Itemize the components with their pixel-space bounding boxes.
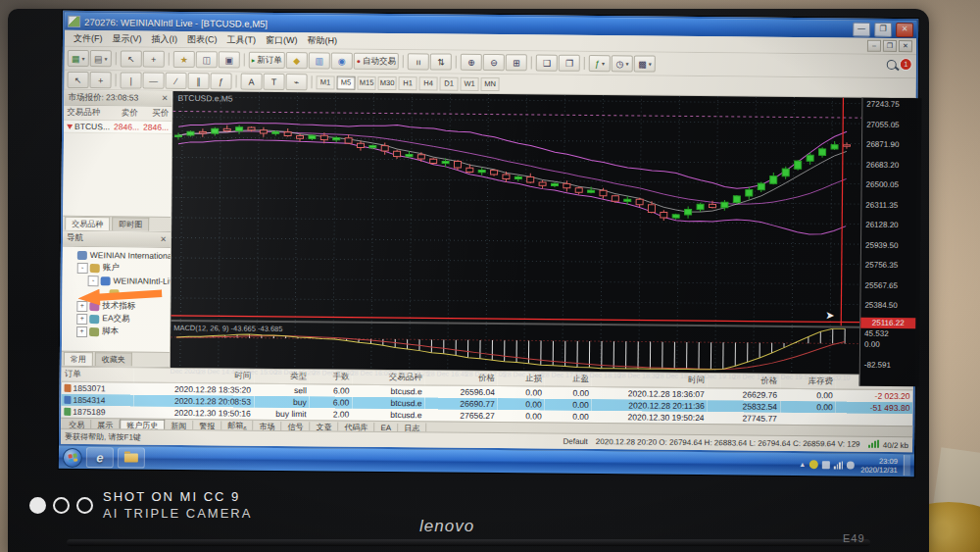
macd-label: MACD(12, 26, 9) -43.665 -43.685: [173, 324, 282, 333]
market-watch-title: 市场报价: 23:08:53: [68, 91, 138, 104]
close-icon[interactable]: ✕: [160, 235, 167, 244]
candlestick-chart[interactable]: [171, 91, 861, 326]
market-watch-tab[interactable]: 交易品种: [65, 217, 110, 230]
timeframe-m30[interactable]: M30: [378, 75, 397, 89]
navigator-item[interactable]: +技术指标: [62, 300, 170, 314]
crosshair-button[interactable]: +: [143, 51, 165, 68]
folder-icon: [124, 453, 138, 462]
time-tick: 28 Dec 17:25: [504, 371, 545, 377]
zoom-box-button[interactable]: ▣: [219, 51, 240, 68]
desk-photo: 270276: WEINIANIntl Live - [BTCUSD.e,M5]…: [0, 0, 980, 552]
fibonacci-tool[interactable]: ƒ: [210, 73, 231, 89]
child-restore-button[interactable]: ❐: [883, 40, 897, 52]
zoom-in-button[interactable]: ⊕: [461, 54, 482, 71]
ohlc-readout: 2020.12.28 20:20 O: 26794.64 H: 26883.64…: [596, 437, 860, 449]
child-close-button[interactable]: ✕: [899, 40, 912, 52]
label-tool[interactable]: T: [263, 74, 284, 90]
timeframe-d1[interactable]: D1: [439, 76, 458, 90]
crosshair-tool[interactable]: +: [90, 72, 112, 88]
tile-button[interactable]: ◫: [196, 51, 218, 68]
cursor-button[interactable]: ↖: [121, 50, 142, 67]
trendline-tool[interactable]: ∕: [165, 73, 186, 89]
market-watch-tab[interactable]: 即时图: [112, 217, 149, 230]
show-desktop-button[interactable]: [904, 455, 910, 476]
cascade-button[interactable]: ❏: [536, 54, 558, 71]
hidden-icons-chevron[interactable]: ▲: [799, 461, 806, 468]
navigator-tab[interactable]: 常用: [64, 352, 93, 366]
time-tick: 28 Dec 15:40: [313, 369, 354, 376]
navigator-item[interactable]: -账户: [63, 262, 171, 276]
server-icon: [101, 276, 111, 285]
new-order-button[interactable]: ▸新订单: [249, 52, 285, 69]
menu-item[interactable]: 插入(I): [146, 32, 182, 44]
menu-item[interactable]: 显示(V): [107, 32, 146, 44]
sounds-button[interactable]: ◉: [331, 52, 353, 69]
close-button[interactable]: ✕: [896, 22, 913, 36]
bars-button[interactable]: ıı: [408, 53, 429, 70]
main-area: 市场报价: 23:08:53 ✕ 交易品种卖价买价 BTCUS...2846..…: [62, 90, 916, 375]
navigator-item[interactable]: +EA交易: [62, 313, 170, 326]
periods-button[interactable]: ◷▾: [612, 55, 633, 72]
explorer-folder-button[interactable]: [118, 447, 145, 468]
taskbar-clock[interactable]: 23:09 2020/12/31: [860, 456, 898, 474]
internet-explorer-button[interactable]: e: [86, 447, 114, 468]
timeframe-m1[interactable]: M1: [317, 75, 335, 89]
market-watch-row[interactable]: BTCUS...2846...2846...: [64, 121, 172, 134]
price-tick: 26871.90: [866, 140, 899, 149]
hline-tool[interactable]: —: [142, 73, 164, 89]
camera-dots-icon: [29, 497, 93, 514]
candles-button[interactable]: ⇅: [430, 53, 452, 70]
timeframe-h1[interactable]: H1: [399, 76, 417, 90]
search-icon[interactable]: [887, 60, 897, 70]
text-tool[interactable]: A: [240, 74, 262, 90]
navigator-tab[interactable]: 收藏夹: [95, 352, 132, 366]
pointer-tool[interactable]: ↖: [68, 72, 89, 88]
timeframe-h4[interactable]: H4: [419, 76, 438, 90]
navigator-item[interactable]: +脚本: [62, 326, 170, 339]
close-icon[interactable]: ✕: [162, 94, 169, 103]
navigator-item[interactable]: -WEINIANIntl-Live: [63, 275, 171, 288]
minimize-button[interactable]: —: [853, 22, 870, 36]
timeframe-m5[interactable]: M5: [337, 75, 356, 89]
new-chart-button[interactable]: ▦▾: [68, 50, 89, 67]
navigator-item[interactable]: WEINIAN International M1: [63, 249, 171, 263]
profile-name[interactable]: Default: [563, 437, 587, 446]
chart-templates-button[interactable]: ▩▾: [634, 55, 656, 72]
price-axis[interactable]: 25116.22 27243.7527055.0526871.9026683.2…: [859, 98, 922, 387]
signal-bars-icon: [868, 439, 879, 447]
arrange-button[interactable]: ❐: [559, 55, 580, 72]
templates-button[interactable]: ★: [173, 51, 195, 68]
timeframe-w1[interactable]: W1: [460, 76, 478, 90]
tray-status-icon[interactable]: [809, 460, 818, 469]
tray-clipboard-icon[interactable]: [822, 461, 830, 469]
alerts-button[interactable]: ◆: [286, 52, 308, 69]
child-minimize-button[interactable]: –: [867, 40, 881, 52]
network-icon[interactable]: [834, 461, 843, 469]
zoom-out-button[interactable]: ⊖: [483, 54, 505, 71]
volume-icon[interactable]: [847, 461, 855, 469]
arrows-tool[interactable]: ⌁: [285, 74, 307, 90]
chart-area[interactable]: BTCUSD.e,M5 MACD(12, 26, 9) -43.665 -43.…: [171, 91, 916, 375]
menu-item[interactable]: 文件(F): [69, 31, 108, 43]
chart-symbol-label: BTCUSD.e,M5: [177, 93, 232, 104]
menu-item[interactable]: 工具(T): [221, 33, 261, 45]
profiles-button[interactable]: ▤▾: [90, 50, 112, 67]
scripts-icon: [89, 327, 99, 336]
start-button[interactable]: [63, 447, 82, 467]
price-tick: 25756.35: [865, 261, 898, 270]
tile-windows-button[interactable]: ⊞: [506, 54, 527, 71]
indicators-button[interactable]: ƒ▾: [589, 55, 611, 72]
timeframe-m15[interactable]: M15: [358, 75, 376, 89]
maximize-button[interactable]: ❐: [874, 22, 892, 36]
notification-badge[interactable]: 1: [900, 58, 912, 71]
market-watch-header: 交易品种卖价买价: [64, 106, 172, 122]
autotrading-button[interactable]: ●自动交易: [354, 53, 399, 70]
menu-item[interactable]: 窗口(W): [261, 33, 303, 45]
timeframe-mn[interactable]: MN: [480, 76, 499, 90]
menu-item[interactable]: 图表(C): [182, 32, 222, 44]
channel-tool[interactable]: ∥: [187, 73, 209, 89]
terminal-button[interactable]: ▥: [309, 52, 330, 69]
menu-item[interactable]: 帮助(H): [302, 34, 342, 46]
vline-tool[interactable]: |: [121, 72, 142, 88]
orders-column-header[interactable]: 订单: [62, 368, 134, 382]
